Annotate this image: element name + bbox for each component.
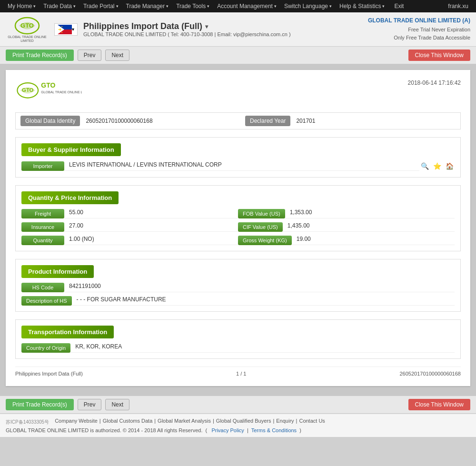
nav-exit[interactable]: Exit [390, 0, 407, 12]
fob-value-label: FOB Value (US) [238, 209, 285, 218]
country-origin-label: Country of Origin [21, 343, 70, 353]
home-icon[interactable]: 🏠 [444, 161, 455, 171]
gross-weight-field: Gross Weight (KG) 19.00 [238, 236, 455, 245]
title-dropdown-arrow[interactable]: ▾ [205, 23, 208, 30]
gross-weight-value: 19.00 [292, 236, 455, 245]
cif-value-label: CIF Value (US) [238, 222, 283, 232]
footer-links: Company Website | Global Customs Data | … [55, 418, 325, 424]
record-header: GTO GTO GLOBAL TRADE ONLINE LIMITED 2018… [15, 79, 461, 105]
nav-my-home[interactable]: My Home ▾ [4, 0, 40, 12]
country-selector[interactable]: ▾ [54, 23, 78, 36]
bottom-action-bar: Print Trade Record(s) Prev Next Close Th… [0, 396, 476, 414]
print-button-top[interactable]: Print Trade Record(s) [6, 50, 74, 61]
svg-point-5 [60, 29, 61, 30]
description-hs-label: Description of HS [21, 296, 72, 306]
nav-account-management[interactable]: Account Management ▾ [213, 0, 280, 12]
svg-text:GTO: GTO [22, 87, 34, 93]
svg-text:GTO: GTO [20, 22, 34, 29]
favorite-icon[interactable]: ⭐ [432, 161, 442, 171]
nav-switch-language-arrow: ▾ [329, 4, 332, 9]
footer-global-market-analysis[interactable]: Global Market Analysis [158, 418, 211, 424]
user-name: frank.xu [444, 3, 472, 10]
fob-value-value: 1,353.00 [285, 209, 455, 218]
record-footer-center: 1 / 1 [236, 371, 246, 377]
global-data-identity-label: Global Data Identity [20, 116, 80, 126]
footer-terms-conditions[interactable]: Terms & Conditions [251, 427, 297, 433]
cif-value-value: 1,435.00 [283, 222, 455, 232]
declared-year-value: 201701 [290, 118, 456, 124]
importer-label: Importer [21, 161, 64, 171]
philippines-flag [58, 25, 72, 34]
next-button-bottom[interactable]: Next [105, 399, 129, 410]
global-data-identity-value: 260520170100000060168 [80, 118, 245, 124]
country-origin-value: KR, KOR, KOREA [70, 343, 455, 353]
declared-year-label: Declared Year [245, 116, 290, 126]
nav-switch-language[interactable]: Switch Language ▾ [280, 0, 336, 12]
page-title-area: Philippines Import Data (Full) ▾ GLOBAL … [83, 21, 368, 37]
svg-point-6 [61, 26, 62, 27]
account-info: GLOBAL TRADE ONLINE LIMITED (A) Free Tri… [368, 16, 470, 42]
insurance-field: Insurance 27.00 [21, 222, 238, 232]
freight-label: Freight [21, 209, 64, 218]
quantity-field: Quantity 1.00 (NO) [21, 236, 238, 245]
nav-trade-manager[interactable]: Trade Manager ▾ [122, 0, 173, 12]
svg-text:GTO: GTO [41, 81, 55, 89]
svg-point-8 [59, 29, 60, 30]
product-header: Product Information [21, 265, 94, 278]
svg-text:GLOBAL TRADE ONLINE LIMITED: GLOBAL TRADE ONLINE LIMITED [41, 90, 82, 94]
free-trial-label: Free Trial Never Expiration [368, 26, 470, 34]
dropdown-arrow-icon: ▾ [72, 27, 74, 32]
account-name: GLOBAL TRADE ONLINE LIMITED (A) [368, 16, 470, 25]
country-origin-row: Country of Origin KR, KOR, KOREA [21, 343, 455, 353]
company-logo: GTO GLOBAL TRADE ONLINE LIMITED [6, 16, 49, 42]
footer-company-website[interactable]: Company Website [55, 418, 98, 424]
nav-help-statistics[interactable]: Help & Statistics ▾ [336, 0, 388, 12]
quantity-value: 1.00 (NO) [64, 236, 238, 245]
fob-value-field: FOB Value (US) 1,353.00 [238, 209, 455, 218]
quantity-label: Quantity [21, 236, 64, 245]
freight-row: Freight 55.00 FOB Value (US) 1,353.00 [21, 209, 455, 218]
record-footer-right: 260520170100000060168 [400, 371, 461, 377]
logo-graphic: GTO [14, 16, 40, 35]
footer-global-qualified-buyers[interactable]: Global Qualified Buyers [216, 418, 271, 424]
logo-text: GLOBAL TRADE ONLINE LIMITED [6, 35, 49, 42]
insurance-row: Insurance 27.00 CIF Value (US) 1,435.00 [21, 222, 455, 232]
description-hs-row: Description of HS - - - FOR SUGAR MANUFA… [21, 296, 455, 306]
footer-privacy-policy[interactable]: Privacy Policy [211, 427, 244, 433]
record-footer-left: Philippines Import Data (Full) [15, 371, 83, 377]
nav-trade-data[interactable]: Trade Data ▾ [40, 0, 79, 12]
footer-global-customs-data[interactable]: Global Customs Data [103, 418, 153, 424]
nav-trade-tools-arrow: ▾ [207, 4, 209, 9]
page-subtitle: GLOBAL TRADE ONLINE LIMITED ( Tel: 400-7… [83, 31, 368, 37]
hs-code-row: HS Code 8421191000 [21, 283, 455, 292]
nav-trade-portal-arrow: ▾ [116, 4, 119, 9]
page-header: GTO GLOBAL TRADE ONLINE LIMITED ▾ Philip… [0, 12, 476, 47]
cif-value-field: CIF Value (US) 1,435.00 [238, 222, 455, 232]
identity-row: Global Data Identity 2605201701000000601… [15, 112, 461, 129]
page-title: Philippines Import Data (Full) ▾ [83, 21, 368, 31]
nav-trade-portal[interactable]: Trade Portal ▾ [79, 0, 122, 12]
nav-my-home-arrow: ▾ [33, 4, 36, 9]
top-nav: My Home ▾ Trade Data ▾ Trade Portal ▾ Tr… [0, 0, 476, 12]
transportation-section: Transportation Information Country of Or… [15, 319, 461, 359]
hs-code-label: HS Code [21, 283, 64, 292]
nav-trade-tools[interactable]: Trade Tools ▾ [172, 0, 213, 12]
gross-weight-label: Gross Weight (KG) [238, 236, 292, 245]
prev-button-bottom[interactable]: Prev [78, 399, 102, 410]
hs-code-value: 8421191000 [64, 283, 455, 292]
transportation-header: Transportation Information [21, 326, 114, 338]
main-content: GTO GTO GLOBAL TRADE ONLINE LIMITED 2018… [0, 64, 476, 396]
prev-button-top[interactable]: Prev [78, 50, 102, 61]
next-button-top[interactable]: Next [105, 50, 129, 61]
quantity-row: Quantity 1.00 (NO) Gross Weight (KG) 19.… [21, 236, 455, 245]
importer-row: Importer LEVIS INTERNATIONAL / LEVINS IN… [21, 161, 455, 171]
footer-enquiry[interactable]: Enquiry [276, 418, 294, 424]
freight-value: 55.00 [64, 209, 238, 218]
top-action-bar: Print Trade Record(s) Prev Next Close Th… [0, 47, 476, 64]
search-company-icon[interactable]: 🔍 [419, 161, 430, 171]
print-button-bottom[interactable]: Print Trade Record(s) [6, 399, 74, 410]
close-button-bottom[interactable]: Close This Window [408, 399, 470, 410]
product-section: Product Information HS Code 8421191000 D… [15, 259, 461, 312]
close-button-top[interactable]: Close This Window [408, 50, 470, 61]
footer-contact-us[interactable]: Contact Us [299, 418, 325, 424]
